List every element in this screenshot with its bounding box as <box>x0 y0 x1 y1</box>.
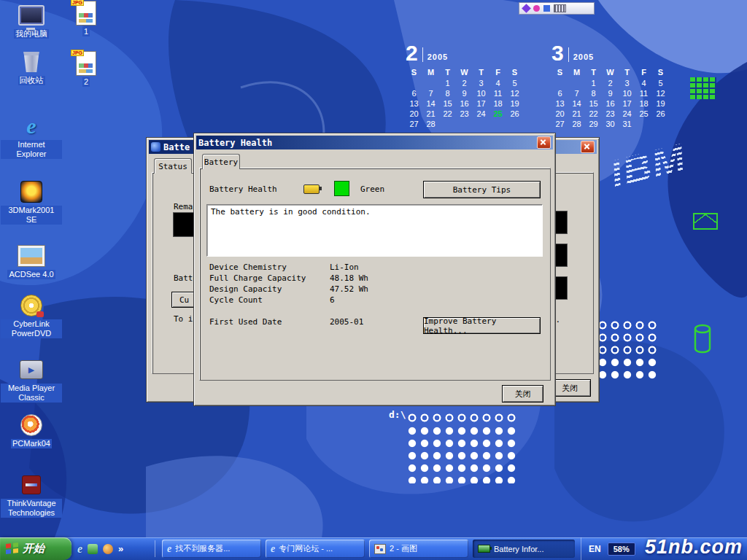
field-value: 48.18 Wh <box>330 273 368 283</box>
calendar-day-cell: 15 <box>585 98 602 109</box>
calendar-day-cell: 29 <box>585 119 602 129</box>
calendar-day-cell: 15 <box>439 98 456 109</box>
quicklaunch-media-icon[interactable] <box>103 544 113 554</box>
title-bar[interactable]: Battery Health <box>196 136 553 149</box>
desktop-icon-internet-explorer[interactable]: e Internet Explorer <box>0 114 63 159</box>
quicklaunch-desktop-icon[interactable] <box>88 544 98 554</box>
calendar-day-cell: 25 <box>635 109 652 119</box>
icon-label: Media Player Classic <box>1 384 62 402</box>
task-button-paint[interactable]: 2 - 画图 <box>369 540 468 558</box>
calendar-day-cell <box>568 78 585 88</box>
calendar-year: 2005 <box>427 52 448 61</box>
calendar-day-header: S <box>652 66 669 78</box>
ime-bar[interactable] <box>519 2 595 15</box>
calendar-day-cell <box>635 119 652 129</box>
my-computer-icon <box>18 5 44 26</box>
desktop-file-1[interactable]: JPG 1 <box>67 1 105 36</box>
calendar-day-cell: 16 <box>456 98 473 109</box>
start-button[interactable]: 开始 <box>0 537 71 560</box>
close-button[interactable]: 关闭 <box>502 385 543 402</box>
paint-icon <box>374 544 386 554</box>
ie-icon: e <box>167 543 171 555</box>
task-button-ie-server-not-found[interactable]: e 找不到服务器... <box>162 540 261 558</box>
calendar-day-cell: 12 <box>506 88 523 98</box>
calendar-day-cell: 1 <box>585 78 602 88</box>
icon-label: ThinkVantage Technologies <box>1 499 62 518</box>
calendar-day-header: F <box>489 66 506 78</box>
icon-label: 回收站 <box>18 76 45 85</box>
calendar-day-cell: 11 <box>489 88 506 98</box>
desktop-file-2[interactable]: JPG 2 <box>67 51 105 87</box>
tray-battery-meter[interactable]: 58% <box>608 542 635 556</box>
task-button-ie-forum[interactable]: e 专门网论坛 - ... <box>266 540 365 558</box>
calendar-day-cell: 6 <box>551 88 568 98</box>
tab-battery[interactable]: Battery <box>202 154 240 169</box>
calendar-day-cell: 10 <box>473 88 489 98</box>
calendar-day-cell: 2 <box>602 78 619 88</box>
desktop-icon-media-player-classic[interactable]: ▶ Media Player Classic <box>0 357 63 402</box>
field-label: Design Capacity <box>209 284 282 294</box>
desktop-icon-thinkvantage[interactable]: ThinkVantage Technologies <box>0 472 63 518</box>
calendar-day-cell <box>473 119 489 129</box>
calendar-march: 3 2005 SMTWTFS12345678910111213141516171… <box>551 41 669 129</box>
task-label: 找不到服务器... <box>175 543 230 554</box>
calendar-day-header: M <box>568 66 585 78</box>
calendar-day-cell: 28 <box>568 119 585 129</box>
desktop-icon-powerdvd[interactable]: CyberLink PowerDVD <box>0 293 63 338</box>
task-label: 专门网论坛 - ... <box>279 543 333 554</box>
desktop-icon-acdsee[interactable]: ACDSee 4.0 <box>0 244 63 279</box>
calendar-month-number: 3 <box>551 44 564 63</box>
recycle-bin-icon <box>23 52 40 72</box>
first-used-label: First Used Date <box>209 317 282 327</box>
desktop-icon-pcmark04[interactable]: PCMark04 <box>0 413 63 448</box>
icon-label: 我的电脑 <box>14 29 49 39</box>
calendar-day-cell: 14 <box>422 98 439 109</box>
quicklaunch-ie-icon[interactable]: e <box>77 542 82 556</box>
pointer-icon[interactable] <box>522 4 531 13</box>
calendar-day-cell: 4 <box>635 78 652 88</box>
desktop-icon-3dmark2001[interactable]: 3DMark2001 SE <box>0 179 63 225</box>
task-label: 2 - 画图 <box>390 543 417 554</box>
health-status-value: Green <box>360 184 384 194</box>
calendar-day-header: W <box>602 66 619 78</box>
quicklaunch-overflow-chevron[interactable]: » <box>118 543 123 554</box>
improve-battery-health-button[interactable]: Improve Battery Health... <box>423 317 541 334</box>
icon-label: Internet Explorer <box>1 140 62 159</box>
icon-label: CyberLink PowerDVD <box>1 319 62 338</box>
desktop-icon-my-computer[interactable]: 我的电脑 <box>0 3 63 39</box>
taskbar-separator <box>155 540 155 557</box>
calendar-day-cell: 22 <box>585 109 602 119</box>
keyboard-icon[interactable] <box>554 4 566 12</box>
calendar-day-cell <box>652 119 669 129</box>
dot-matrix-ring-row <box>406 412 518 424</box>
calendar-header: 2 2005 <box>406 41 523 63</box>
3dmark-icon <box>20 181 42 203</box>
close-icon[interactable] <box>537 136 551 149</box>
close-icon[interactable] <box>581 141 595 153</box>
calendar-day-header: W <box>456 66 473 78</box>
field-value: Li-Ion <box>330 262 359 272</box>
desktop: IBM d:\ 2 2005 SMTWTFS123456789101112131… <box>0 0 747 560</box>
calendar-day-cell: 21 <box>568 109 585 119</box>
calendar-day-cell: 11 <box>635 88 652 98</box>
calendar-day-cell: 24 <box>473 109 489 119</box>
condition-textbox[interactable]: The battery is in good condition. <box>206 204 543 257</box>
first-used-value: 2005-01 <box>330 317 363 327</box>
desktop-icon-recycle-bin[interactable]: 回收站 <box>0 50 63 85</box>
mode-icon[interactable] <box>543 5 550 12</box>
tab-status[interactable]: Status <box>154 158 192 174</box>
field-label: Cycle Count <box>209 295 263 305</box>
calendar-day-header: F <box>635 66 652 78</box>
calendar-day-cell: 19 <box>652 98 669 109</box>
pinyin-icon[interactable] <box>533 5 540 12</box>
task-button-battery-information[interactable]: Battery Infor... <box>473 540 575 558</box>
internet-explorer-icon: e <box>26 115 36 137</box>
taskbar: 开始 e » e 找不到服务器... e 专门网论坛 - ... 2 - 画图 … <box>0 537 747 560</box>
battery-tips-button[interactable]: Battery Tips <box>423 181 541 198</box>
task-label: Battery Infor... <box>494 545 543 553</box>
windows-flag-icon <box>6 542 18 555</box>
battery-icon <box>478 545 490 553</box>
language-indicator[interactable]: EN <box>589 544 601 554</box>
icon-label: PCMark04 <box>11 439 52 448</box>
calendar-day-cell: 3 <box>619 78 635 88</box>
